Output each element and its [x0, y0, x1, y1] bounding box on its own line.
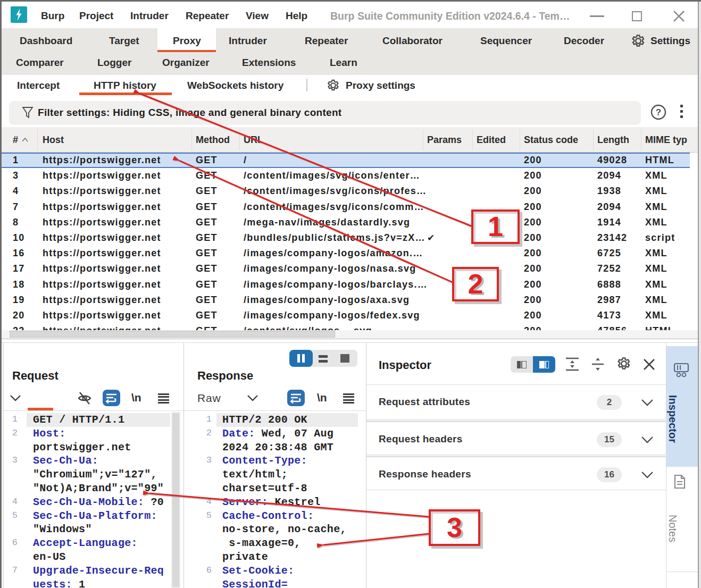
svg-text:?: ?	[656, 107, 661, 117]
